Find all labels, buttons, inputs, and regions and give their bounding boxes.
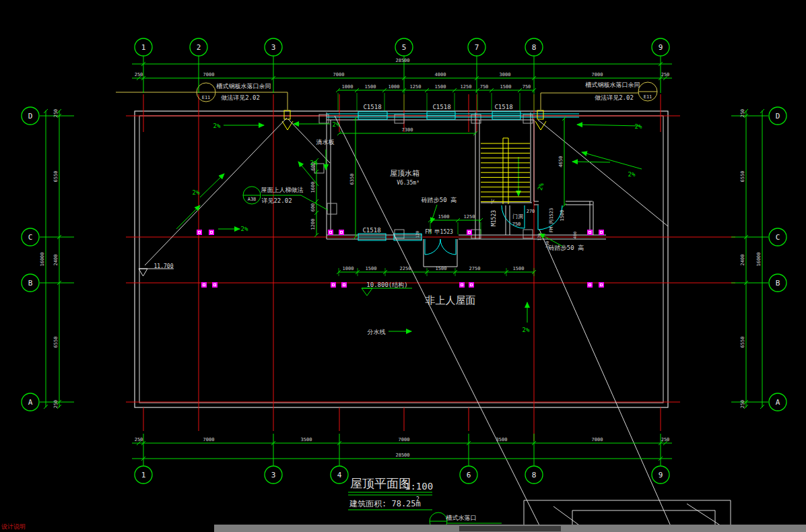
cad-viewport[interactable]: 1235789134689DCBADCBA2850025070007000400… — [0, 0, 806, 532]
level-mark-11700 — [139, 269, 174, 276]
dim-below-tank-value: 1500 — [513, 266, 525, 271]
dim-right-main-value: 250 — [740, 109, 745, 118]
dim-misc: 100 — [545, 240, 549, 248]
roof-marker — [331, 282, 336, 288]
dim-right-main-value: 250 — [740, 400, 745, 409]
axis-bubble-right-B-label: B — [776, 279, 780, 288]
roof-marker — [587, 230, 593, 235]
axis-bubble-top-7-label: 7 — [475, 43, 479, 52]
dim-right-overall-value: 16000 — [756, 252, 762, 266]
taskbar-segment[interactable] — [459, 526, 561, 531]
slope-label: 2% — [241, 226, 248, 232]
roof-marker — [467, 230, 472, 235]
label-door-opening-width: 750 — [512, 222, 521, 227]
dim-left-main-value: 2400 — [53, 255, 59, 266]
axis-bubble-left-C-label: C — [28, 233, 33, 242]
note-ladder-2: 详见22.02 — [261, 197, 292, 204]
dim-left-overall-value: 16000 — [40, 252, 45, 266]
dim-bottom-main-value: 250 — [135, 437, 143, 442]
taskbar[interactable] — [214, 525, 806, 532]
label-non-access-roof: 非上人屋面 — [426, 294, 476, 306]
axis-bubble-right-A-label: A — [776, 398, 780, 407]
dim-tank-width-value: 7300 — [402, 127, 413, 133]
dim-below-tank-value: 1500 — [366, 266, 377, 271]
label-water-divide: 分水线 — [368, 329, 386, 335]
dim-top-main-value: 4000 — [435, 72, 446, 77]
dim-bottom-main-value: 3500 — [496, 437, 508, 442]
window-label: C1518 — [362, 227, 380, 234]
drawing-scale: 1:100 — [405, 481, 433, 492]
dim-top-sub-value: 1000 — [389, 84, 400, 90]
drawing-canvas[interactable]: 1235789134689DCBADCBA2850025070007000400… — [0, 0, 806, 532]
slope-label: 2% — [628, 171, 636, 178]
note-ladder-1: 屋面上人梯做法 — [261, 187, 304, 193]
room-label-water-tank: 屋顶水箱 — [390, 169, 419, 178]
dim-misc: 270 — [527, 209, 535, 214]
axis-bubble-top-1-label: 1 — [141, 43, 146, 52]
note-brick-steps: 砖踏步50 高 — [421, 197, 457, 203]
callout-e11-right-text: E11 — [644, 94, 652, 100]
roof-marker — [197, 230, 202, 235]
dim-ladder-chain-value: 600 — [310, 203, 316, 212]
axis-bubble-bottom-4-label: 4 — [337, 471, 342, 479]
dim-top-main-value: 7000 — [203, 72, 215, 77]
drawing-title: 屋顶平面图 — [350, 476, 411, 490]
dim-right-main-value: 6550 — [740, 171, 745, 182]
note-drain-left-1: 槽式钢板水落口余同 — [216, 83, 271, 90]
dim-bottom-main-value: 3500 — [301, 437, 312, 442]
slope-label: 2% — [635, 123, 642, 130]
roof-marker — [212, 282, 217, 288]
dim-left-main-value: 6550 — [53, 337, 59, 348]
axis-bubble-left-D-label: D — [28, 112, 33, 121]
axis-bubble-right-D-label: D — [776, 112, 780, 121]
axis-bubble-top-5-label: 5 — [402, 43, 407, 52]
slope-label: 2% — [523, 327, 530, 333]
slope-label: 2% — [333, 121, 340, 128]
axis-bubble-top-3-label: 3 — [271, 43, 276, 52]
room-label-volume: V6.35m³ — [397, 180, 419, 186]
drain-callouts-yellow — [116, 82, 657, 130]
axis-bubble-bottom-9-label: 9 — [659, 471, 663, 479]
dim-top-main-value: 7000 — [333, 72, 345, 77]
roof-marker — [587, 282, 593, 288]
dim-top-overall-value: 28500 — [395, 58, 409, 63]
dim-below-tank-value: 2750 — [469, 266, 481, 271]
hip-construction-lines — [145, 116, 731, 532]
dim-bottom-overall-value: 28500 — [395, 453, 409, 458]
drawing-area: 建筑面积: 78.25m — [349, 499, 421, 508]
dim-steps-value: 1500 — [438, 214, 450, 220]
window-label: C1518 — [432, 104, 450, 110]
axis-bubble-top-2-label: 2 — [197, 43, 201, 52]
roof-hip-line — [538, 120, 668, 226]
slope-label: 2% — [213, 123, 221, 129]
axis-bubble-top-8-label: 8 — [532, 43, 537, 52]
note-trough-drain: 槽式水落口 — [446, 514, 477, 521]
slope-label: 2% — [537, 182, 545, 191]
door-swing — [440, 239, 456, 255]
dim-below-tank-value: 1000 — [343, 266, 354, 271]
label-door-opening: 门洞 — [512, 213, 523, 220]
axis-bubble-bottom-6-label: 6 — [467, 471, 471, 479]
dim-top-sub-value: 1500 — [365, 84, 376, 90]
note-brick-steps: 砖踏步50 高 — [548, 244, 584, 251]
dim-bottom-main-value: 7000 — [203, 437, 215, 442]
axis-bubble-bottom-3-label: 3 — [271, 471, 276, 479]
note-drip-board: 滴水板 — [316, 139, 335, 145]
roof-marker — [599, 230, 604, 235]
drawing-area-sup: 2 — [416, 496, 419, 502]
dim-right-main-value: 2400 — [740, 255, 745, 266]
dim-right-main-value: 6550 — [740, 337, 745, 348]
dim-top-main-value: 3000 — [500, 72, 511, 77]
door-label-fm-bing: FM 丙1523 — [549, 208, 554, 233]
dim-top-sub-value: 1500 — [435, 84, 446, 90]
dim-top-main-value: 250 — [135, 72, 143, 77]
dim-bottom-main-value: 250 — [661, 437, 670, 442]
dim-left-main-value: 6550 — [53, 171, 59, 182]
dim-top-main-value: 250 — [661, 72, 670, 77]
dim-left-main-value: 250 — [53, 400, 59, 409]
axis-bubble-left-B-label: B — [28, 279, 33, 288]
roof-marker — [339, 230, 344, 235]
dim-top-sub-value: 1250 — [461, 84, 472, 90]
dim-top-sub-value: 1500 — [500, 84, 512, 90]
dim-top-sub-value: 1000 — [342, 84, 354, 90]
